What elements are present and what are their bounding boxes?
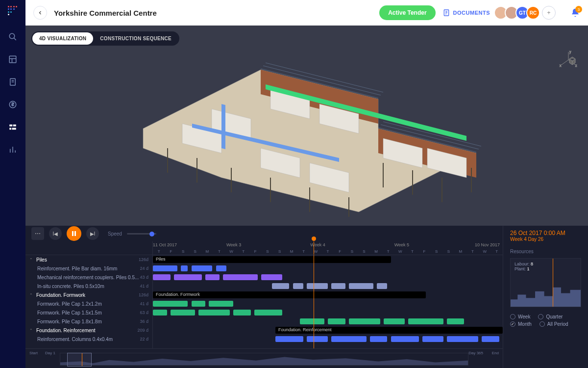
tender-button[interactable]: Active Tender xyxy=(379,5,435,20)
nav-document-icon[interactable] xyxy=(7,77,18,87)
svg-rect-22 xyxy=(72,231,74,236)
project-title: Yorkshire Commercial Centre xyxy=(54,9,372,17)
task-row[interactable]: ⌃Foundation. Reinforcement209 d xyxy=(25,326,152,335)
task-row[interactable]: ⌃Foundation. Formwork126d xyxy=(25,290,152,299)
building-model xyxy=(123,60,496,222)
period-quarter[interactable]: Quarter xyxy=(538,314,563,319)
svg-rect-23 xyxy=(74,231,76,236)
task-list: ⌃Piles126dReinforcement. Pile Bar diam. … xyxy=(25,255,153,348)
playback-controls: ⋯ I◀ ▶I Speed xyxy=(25,226,503,241)
notification-badge: 3 xyxy=(575,6,582,13)
sidebar xyxy=(0,0,25,368)
add-user-button[interactable]: + xyxy=(542,6,556,20)
svg-rect-1 xyxy=(9,56,16,63)
info-panel: 26 Oct 2017 0:00 AM Week 4 Day 26 Resour… xyxy=(503,226,588,368)
gantt-chart[interactable]: PilesFoundation. FormworkFoundation. Rei… xyxy=(153,255,503,348)
svg-point-0 xyxy=(9,33,15,39)
period-options: Week Quarter Month All Period xyxy=(510,314,581,327)
timeline-header: 11 Oct 2017 Week 3 Week 4 Week 5 10 Nov … xyxy=(153,241,503,255)
notifications-button[interactable]: 3 xyxy=(570,8,580,18)
task-row[interactable]: Formwork. Pile Cap 1.8x1.8m36 d xyxy=(25,317,152,326)
timeline-panel: ⋯ I◀ ▶I Speed 11 Oct 2017 Week 3 Week 4 … xyxy=(25,226,588,368)
task-row[interactable]: In-situ concrete. Piles 0.5x10m41 d xyxy=(25,282,152,290)
nav-layout-icon[interactable] xyxy=(7,54,18,65)
svg-rect-4 xyxy=(9,125,12,127)
playhead[interactable] xyxy=(314,241,314,255)
nav-analytics-icon[interactable] xyxy=(7,144,18,155)
task-row[interactable]: Reinforcement. Columns 0.4x0.4m22 d xyxy=(25,335,152,343)
back-button[interactable] xyxy=(33,6,47,20)
nav-cost-icon[interactable] xyxy=(7,99,18,110)
period-month[interactable]: Month xyxy=(510,321,532,327)
3d-viewport[interactable]: 4D VISUALIZATION CONSTRUCTION SEQUENCE y… xyxy=(25,26,588,226)
topbar: Yorkshire Commercial Centre Active Tende… xyxy=(25,0,588,26)
period-all[interactable]: All Period xyxy=(539,321,568,327)
view-tabs: 4D VISUALIZATION CONSTRUCTION SEQUENCE xyxy=(31,31,179,46)
tab-4d-visualization[interactable]: 4D VISUALIZATION xyxy=(32,32,93,45)
more-options-button[interactable]: ⋯ xyxy=(31,227,44,240)
avatar[interactable]: RC xyxy=(526,6,540,20)
svg-rect-7 xyxy=(12,128,16,130)
pause-button[interactable] xyxy=(67,226,81,241)
svg-text:x: x xyxy=(560,64,562,67)
period-week[interactable]: Week xyxy=(510,314,530,319)
resources-chart: Labour: 8 Plant: 1 xyxy=(510,258,581,307)
skip-back-button[interactable]: I◀ xyxy=(49,227,62,240)
speed-label: Speed xyxy=(108,231,122,237)
task-row[interactable]: ⌃Piles126d xyxy=(25,255,152,264)
svg-text:y: y xyxy=(569,50,571,54)
task-row[interactable]: Mechanical reinforcement couplers. Piles… xyxy=(25,273,152,282)
svg-rect-5 xyxy=(9,128,11,130)
avatar-stack: GT RC + xyxy=(497,6,556,20)
task-row[interactable]: Formwork. Pile Cap 1.2x1.2m41 d xyxy=(25,299,152,308)
current-date: 26 Oct 2017 0:00 AM xyxy=(510,230,581,237)
mini-timeline[interactable]: Start Day 1 Day 365 End xyxy=(25,348,503,368)
task-row[interactable]: Reinforcement. Pile Bar diam. 16mm24 d xyxy=(25,264,152,273)
svg-rect-6 xyxy=(13,125,16,127)
axis-gizmo[interactable]: yxz xyxy=(559,50,578,70)
document-icon xyxy=(442,9,450,17)
app-logo[interactable] xyxy=(8,6,18,16)
svg-text:z: z xyxy=(575,64,577,67)
speed-slider[interactable] xyxy=(127,233,156,235)
current-week-day: Week 4 Day 26 xyxy=(510,237,581,242)
task-row[interactable]: Formwork. Pile Cap 1.5x1.5m63 d xyxy=(25,308,152,317)
tab-construction-sequence[interactable]: CONSTRUCTION SEQUENCE xyxy=(93,32,178,45)
skip-forward-button[interactable]: ▶I xyxy=(86,227,99,240)
nav-search-icon[interactable] xyxy=(7,31,18,42)
nav-timeline-icon[interactable] xyxy=(7,122,18,132)
documents-link[interactable]: DOCUMENTS xyxy=(442,9,490,17)
